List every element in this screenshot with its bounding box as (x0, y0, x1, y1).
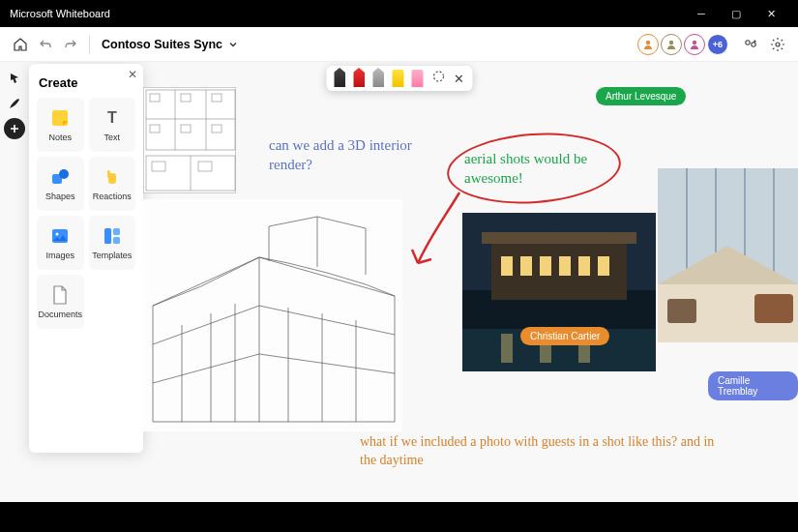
create-text[interactable]: T Text (89, 98, 136, 152)
whiteboard-canvas[interactable]: ✕ Create Notes T Text Shapes Reactions I… (0, 62, 798, 502)
svg-rect-37 (578, 256, 590, 276)
svg-point-12 (56, 233, 59, 236)
svg-point-0 (646, 40, 650, 44)
share-icon (743, 37, 758, 52)
svg-rect-41 (501, 334, 513, 363)
settings-button[interactable] (765, 32, 790, 57)
svg-rect-50 (754, 294, 793, 323)
maximize-button[interactable]: ▢ (719, 8, 754, 20)
avatar[interactable] (684, 34, 705, 55)
floor-plan-image[interactable] (143, 87, 236, 193)
home-icon (13, 37, 28, 52)
svg-rect-39 (482, 232, 636, 244)
create-shapes[interactable]: Shapes (37, 157, 84, 211)
collaborator-tag-christian: Christian Cartier (520, 327, 609, 345)
svg-rect-22 (212, 94, 222, 102)
shapes-icon (49, 166, 71, 188)
svg-point-2 (693, 40, 696, 44)
bottom-strip (0, 502, 798, 532)
create-documents[interactable]: Documents (37, 275, 84, 329)
red-arrow-annotation[interactable] (406, 188, 474, 275)
collaborator-tag-arthur: Arthur Levesque (596, 87, 686, 105)
svg-rect-34 (520, 256, 532, 276)
svg-rect-21 (181, 94, 191, 102)
svg-rect-6 (52, 110, 68, 126)
svg-rect-14 (113, 228, 120, 235)
pen-red[interactable] (353, 68, 365, 87)
lasso-icon (430, 69, 446, 84)
chevron-down-icon (228, 40, 238, 49)
app-name: Microsoft Whiteboard (10, 8, 110, 19)
avatar[interactable] (637, 34, 659, 55)
svg-rect-20 (150, 94, 160, 102)
pointer-icon (8, 72, 21, 85)
gear-icon (770, 37, 785, 52)
add-tool[interactable] (4, 118, 25, 139)
svg-point-5 (776, 43, 780, 46)
orange-annotation[interactable]: what if we included a photo with guests … (360, 433, 718, 470)
highlighter-yellow[interactable] (392, 70, 403, 87)
close-panel-button[interactable]: ✕ (128, 68, 137, 81)
svg-point-3 (746, 40, 750, 44)
highlighter-pink[interactable] (411, 70, 423, 87)
notes-icon (49, 107, 71, 129)
collaborator-avatars: +6 (637, 32, 790, 57)
share-button[interactable] (738, 32, 763, 57)
svg-rect-35 (540, 256, 551, 276)
svg-rect-28 (152, 162, 165, 171)
redo-icon (64, 38, 77, 51)
svg-rect-51 (667, 299, 696, 323)
text-icon: T (102, 107, 123, 129)
svg-rect-10 (107, 170, 110, 178)
svg-rect-38 (598, 256, 609, 276)
reactions-icon (102, 166, 123, 188)
villa-photo-image[interactable] (462, 213, 656, 371)
svg-rect-24 (181, 125, 191, 133)
pen-gray[interactable] (372, 68, 384, 87)
pen-black[interactable] (334, 68, 345, 87)
pen-icon (8, 97, 21, 110)
svg-point-9 (59, 169, 69, 179)
lobby-photo-image[interactable] (658, 168, 798, 342)
board-title-dropdown[interactable]: Contoso Suites Sync (96, 38, 244, 51)
create-reactions[interactable]: Reactions (89, 157, 136, 211)
svg-point-52 (433, 72, 443, 81)
svg-rect-25 (212, 125, 222, 133)
home-button[interactable] (8, 32, 33, 57)
images-icon (49, 225, 71, 247)
redo-button[interactable] (58, 32, 83, 57)
minimize-button[interactable]: ─ (684, 8, 719, 19)
create-notes[interactable]: Notes (37, 98, 84, 152)
svg-rect-15 (113, 237, 120, 244)
svg-rect-23 (150, 125, 160, 133)
green-annotation[interactable]: aerial shots would be awesome! (464, 149, 619, 189)
lasso-tool[interactable] (430, 69, 446, 88)
avatar-overflow[interactable]: +6 (707, 34, 728, 55)
main-toolbar: Contoso Suites Sync +6 (0, 27, 798, 62)
documents-icon (49, 284, 71, 306)
svg-rect-13 (104, 228, 111, 244)
create-images[interactable]: Images (37, 216, 84, 270)
svg-point-4 (752, 42, 755, 45)
svg-rect-29 (198, 162, 212, 171)
blue-annotation[interactable]: can we add a 3D interior render? (269, 135, 414, 175)
svg-point-1 (669, 40, 673, 44)
plus-icon (9, 123, 20, 134)
create-templates[interactable]: Templates (89, 216, 136, 270)
svg-rect-33 (501, 256, 513, 276)
undo-button[interactable] (33, 32, 58, 57)
create-panel-title: Create (39, 75, 135, 90)
avatar[interactable] (661, 34, 682, 55)
create-panel: ✕ Create Notes T Text Shapes Reactions I… (29, 64, 143, 453)
svg-rect-36 (559, 256, 571, 276)
templates-icon (102, 225, 123, 247)
pointer-tool[interactable] (4, 68, 25, 89)
close-window-button[interactable]: ✕ (754, 8, 788, 20)
collaborator-tag-camille: Camille Tremblay (708, 371, 798, 400)
building-sketch-image[interactable] (143, 199, 402, 431)
undo-icon (39, 38, 52, 51)
close-tray-button[interactable]: ✕ (454, 72, 464, 86)
titlebar: Microsoft Whiteboard ─ ▢ ✕ (0, 0, 798, 27)
ink-tool[interactable] (4, 93, 25, 114)
svg-text:T: T (107, 109, 117, 126)
